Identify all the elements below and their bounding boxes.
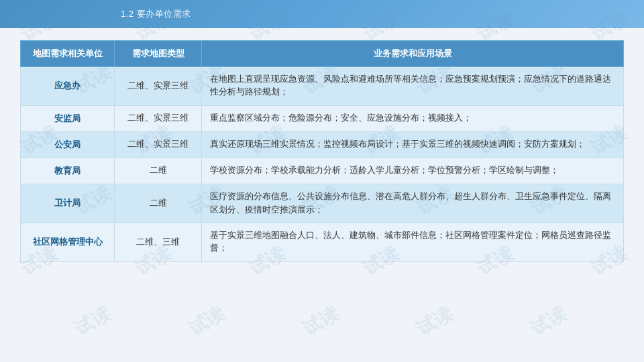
table-row: 安监局二维、实景三维重点监察区域分布；危险源分布；安全、应急设施分布；视频接入；: [21, 105, 624, 131]
table-row: 卫计局二维医疗资源的分布信息、公共设施分布信息、潜在高危人群分布、超生人群分布、…: [21, 184, 624, 223]
cell-unit: 应急办: [21, 67, 115, 106]
col-header-type: 需求地图类型: [115, 41, 202, 67]
table-body: 应急办二维、实景三维在地图上直观呈现应急资源、风险点和避难场所等相关信息；应急预…: [21, 67, 624, 262]
table-header-row: 地图需求相关单位 需求地图类型 业务需求和应用场景: [21, 41, 624, 67]
cell-desc: 医疗资源的分布信息、公共设施分布信息、潜在高危人群分布、超生人群分布、卫生应急事…: [202, 184, 624, 223]
cell-unit: 公安局: [21, 131, 115, 158]
cell-desc: 基于实景三维地图融合人口、法人、建筑物、城市部件信息；社区网格管理案件定位；网格…: [202, 223, 624, 261]
cell-unit: 安监局: [21, 105, 115, 131]
table-row: 社区网格管理中心二维、三维基于实景三维地图融合人口、法人、建筑物、城市部件信息；…: [21, 223, 624, 261]
watermark-text: 试读: [184, 301, 229, 342]
cell-type: 二维、三维: [115, 223, 202, 261]
main-content: 地图需求相关单位 需求地图类型 业务需求和应用场景 应急办二维、实景三维在地图上…: [0, 28, 644, 269]
cell-desc: 学校资源分布；学校承载能力分析；适龄入学儿童分析；学位预警分析；学区绘制与调整；: [202, 158, 624, 184]
cell-type: 二维: [115, 158, 202, 184]
cell-unit: 卫计局: [21, 184, 115, 223]
requirements-table: 地图需求相关单位 需求地图类型 业务需求和应用场景 应急办二维、实景三维在地图上…: [20, 40, 624, 262]
header-bar: 1.2 要办单位需求: [0, 0, 644, 28]
cell-unit: 教育局: [21, 158, 115, 184]
col-header-unit: 地图需求相关单位: [21, 41, 115, 67]
cell-type: 二维、实景三维: [115, 131, 202, 158]
table-row: 教育局二维学校资源分布；学校承载能力分析；适龄入学儿童分析；学位预警分析；学区绘…: [21, 158, 624, 184]
header-title: 1.2 要办单位需求: [121, 8, 191, 20]
col-header-desc: 业务需求和应用场景: [202, 41, 624, 67]
table-header: 地图需求相关单位 需求地图类型 业务需求和应用场景: [21, 41, 624, 67]
cell-type: 二维: [115, 184, 202, 223]
table-row: 公安局二维、实景三维真实还原现场三维实景情况；监控视频布局设计；基于实景三维的视…: [21, 131, 624, 158]
cell-type: 二维、实景三维: [115, 67, 202, 106]
watermark-text: 试读: [412, 301, 457, 342]
table-row: 应急办二维、实景三维在地图上直观呈现应急资源、风险点和避难场所等相关信息；应急预…: [21, 67, 624, 106]
watermark-text: 试读: [526, 301, 571, 342]
cell-unit: 社区网格管理中心: [21, 223, 115, 261]
cell-type: 二维、实景三维: [115, 105, 202, 131]
watermark-text: 试读: [70, 301, 115, 342]
cell-desc: 真实还原现场三维实景情况；监控视频布局设计；基于实景三维的视频快速调阅；安防方案…: [202, 131, 624, 158]
cell-desc: 重点监察区域分布；危险源分布；安全、应急设施分布；视频接入；: [202, 105, 624, 131]
watermark-text: 试读: [298, 301, 343, 342]
cell-desc: 在地图上直观呈现应急资源、风险点和避难场所等相关信息；应急预案规划预演；应急情况…: [202, 67, 624, 106]
